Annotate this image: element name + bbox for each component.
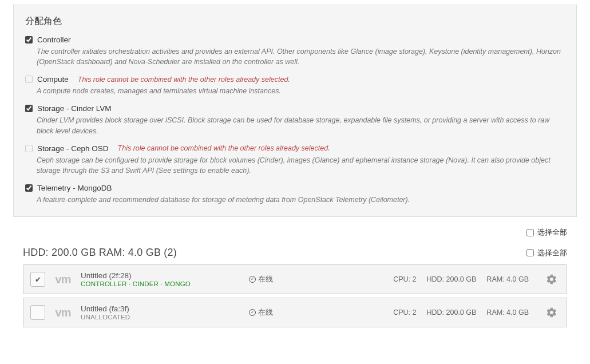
role-item-storage-cinder-lvm: Storage - Cinder LVM Cinder LVM provides… xyxy=(25,104,565,136)
role-checkbox-ceph-osd[interactable] xyxy=(25,145,33,152)
node-checkbox[interactable] xyxy=(30,305,45,320)
node-group-select-all: 选择全部 xyxy=(526,248,567,258)
role-head: Controller xyxy=(25,35,565,44)
role-item-telemetry-mongodb: Telemetry - MongoDB A feature-complete a… xyxy=(25,184,565,205)
status-ok-icon: ✓ xyxy=(249,276,256,283)
role-item-controller: Controller The controller initiates orch… xyxy=(25,35,565,67)
node-stats: CPU: 2 HDD: 200.0 GB RAM: 4.0 GB xyxy=(393,275,529,283)
role-restriction: This role cannot be combined with the ot… xyxy=(118,144,330,152)
node-row: vm Untitled (fa:3f) UNALLOCATED ✓ 在线 CPU… xyxy=(23,298,567,327)
gear-icon xyxy=(546,307,557,318)
roles-panel-title: 分配角色 xyxy=(25,15,565,27)
select-all-top-label: 选择全部 xyxy=(537,227,567,238)
node-stats: CPU: 2 HDD: 200.0 GB RAM: 4.0 GB xyxy=(393,308,529,316)
node-row: vm Untitled (2f:28) CONTROLLER · CINDER … xyxy=(23,264,567,294)
status-ok-icon: ✓ xyxy=(249,309,256,316)
node-cpu: CPU: 2 xyxy=(393,275,416,283)
role-description: Cinder LVM provides block storage over i… xyxy=(37,115,565,136)
node-checkbox[interactable] xyxy=(30,272,45,287)
role-checkbox-controller[interactable] xyxy=(25,36,33,43)
role-checkbox-cinder-lvm[interactable] xyxy=(25,105,33,112)
node-name: Untitled (2f:28) xyxy=(81,271,241,280)
node-roles: UNALLOCATED xyxy=(81,314,241,321)
role-label: Compute xyxy=(37,75,69,84)
node-group-select-all-checkbox[interactable] xyxy=(526,249,534,256)
role-restriction: This role cannot be combined with the ot… xyxy=(78,76,290,84)
node-settings-button[interactable] xyxy=(544,304,560,321)
role-label: Controller xyxy=(37,35,71,44)
role-head: Compute This role cannot be combined wit… xyxy=(25,75,565,84)
role-item-compute: Compute This role cannot be combined wit… xyxy=(25,75,565,96)
node-status-text: 在线 xyxy=(258,308,273,318)
node-status: ✓ 在线 xyxy=(249,308,318,318)
node-hdd: HDD: 200.0 GB xyxy=(427,275,477,283)
node-ram: RAM: 4.0 GB xyxy=(486,275,529,283)
roles-panel: 分配角色 Controller The controller initiates… xyxy=(13,5,577,217)
role-description: Ceph storage can be configured to provid… xyxy=(37,155,565,176)
node-name-block: Untitled (fa:3f) UNALLOCATED xyxy=(81,304,241,321)
node-hdd: HDD: 200.0 GB xyxy=(427,308,477,316)
node-name-block: Untitled (2f:28) CONTROLLER · CINDER · M… xyxy=(81,271,241,287)
role-head: Telemetry - MongoDB xyxy=(25,184,565,192)
vm-icon: vm xyxy=(53,306,73,319)
node-roles: CONTROLLER · CINDER · MONGO xyxy=(81,280,241,287)
role-item-storage-ceph-osd: Storage - Ceph OSD This role cannot be c… xyxy=(25,144,565,176)
node-ram: RAM: 4.0 GB xyxy=(486,308,529,316)
node-group-title: HDD: 200.0 GB RAM: 4.0 GB (2) xyxy=(23,247,523,259)
role-label: Telemetry - MongoDB xyxy=(37,184,112,192)
node-settings-button[interactable] xyxy=(544,271,560,287)
node-group-header: HDD: 200.0 GB RAM: 4.0 GB (2) 选择全部 xyxy=(0,240,590,261)
vm-icon: vm xyxy=(53,273,73,286)
node-status: ✓ 在线 xyxy=(249,275,318,284)
role-description: A compute node creates, manages and term… xyxy=(37,86,565,96)
node-cpu: CPU: 2 xyxy=(393,308,416,316)
role-head: Storage - Ceph OSD This role cannot be c… xyxy=(25,144,565,153)
role-label: Storage - Cinder LVM xyxy=(37,104,112,113)
node-group-select-all-label: 选择全部 xyxy=(537,248,567,258)
role-description: A feature-complete and recommended datab… xyxy=(37,195,565,205)
node-status-text: 在线 xyxy=(258,275,273,284)
role-checkbox-mongodb[interactable] xyxy=(25,184,33,192)
node-name: Untitled (fa:3f) xyxy=(81,304,241,313)
select-all-top: 选择全部 xyxy=(0,217,590,240)
select-all-top-checkbox[interactable] xyxy=(526,229,534,236)
gear-icon xyxy=(546,274,557,285)
role-checkbox-compute[interactable] xyxy=(25,76,33,83)
role-label: Storage - Ceph OSD xyxy=(37,144,109,153)
role-head: Storage - Cinder LVM xyxy=(25,104,565,113)
role-description: The controller initiates orchestration a… xyxy=(37,46,565,67)
